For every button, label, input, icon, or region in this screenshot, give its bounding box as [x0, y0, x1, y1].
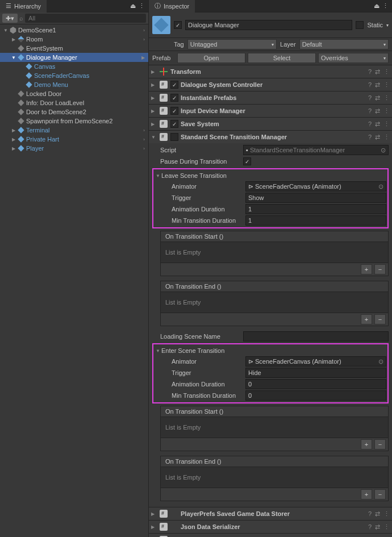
static-checkbox[interactable]: [356, 21, 364, 29]
enter-animator-field[interactable]: ⊳ SceneFaderCanvas (Animator) ⊙: [245, 356, 386, 367]
enter-anim-dur-field[interactable]: [245, 379, 386, 389]
help-icon[interactable]: ?: [368, 510, 372, 518]
tree-item[interactable]: Canvas: [0, 62, 148, 71]
lock-icon[interactable]: ⏏: [374, 2, 380, 10]
hierarchy-search[interactable]: [25, 14, 146, 23]
component-enable-checkbox[interactable]: [170, 120, 178, 128]
context-menu-icon[interactable]: ⋮: [383, 523, 390, 531]
event-remove-button[interactable]: −: [374, 264, 386, 274]
object-picker-icon[interactable]: ⊙: [378, 358, 383, 365]
context-menu-icon[interactable]: ⋮: [383, 81, 390, 89]
tree-item[interactable]: Info: Door LoadLevel: [0, 98, 148, 107]
component-header[interactable]: ▶Save System?⇄⋮: [149, 118, 392, 130]
component-header[interactable]: ▶Dialogue System Controller?⇄⋮: [149, 78, 392, 91]
tree-item[interactable]: ▶Player›: [0, 144, 148, 153]
tree-item[interactable]: EventSystem: [0, 44, 148, 53]
expand-arrow-icon[interactable]: ▶: [10, 37, 17, 42]
tree-item[interactable]: Spawnpoint from DemoScene2: [0, 116, 148, 126]
preset-icon[interactable]: ⇄: [375, 68, 380, 76]
event-remove-button[interactable]: −: [374, 489, 386, 499]
prefab-open-button[interactable]: Open: [177, 53, 245, 63]
context-menu-icon[interactable]: ⋮: [383, 510, 390, 518]
menu-icon[interactable]: ⋮: [382, 2, 389, 10]
object-picker-icon[interactable]: ⊙: [381, 147, 386, 154]
component-header[interactable]: ▶Transform?⇄⋮: [149, 65, 392, 78]
expand-arrow-icon[interactable]: ▼: [2, 28, 9, 33]
component-enable-checkbox[interactable]: [170, 107, 178, 115]
enter-transition-foldout[interactable]: ▼ Enter Scene Transition: [155, 345, 386, 356]
tree-item[interactable]: ▶Terminal›: [0, 126, 148, 135]
leave-transition-foldout[interactable]: ▼ Leave Scene Transition: [155, 170, 386, 181]
leave-anim-dur-field[interactable]: [245, 204, 386, 214]
tag-dropdown[interactable]: Untagged: [187, 39, 277, 49]
event-add-button[interactable]: +: [361, 439, 372, 449]
expand-arrow-icon[interactable]: ▶: [10, 128, 17, 133]
tree-item[interactable]: ▶Private Hart›: [0, 135, 148, 144]
layer-dropdown[interactable]: Default: [299, 39, 389, 49]
context-menu-icon[interactable]: ⋮: [383, 68, 390, 76]
help-icon[interactable]: ?: [368, 523, 372, 531]
tree-item[interactable]: ▼DemoScene1›: [0, 26, 148, 35]
event-remove-button[interactable]: −: [374, 439, 386, 449]
active-checkbox[interactable]: [174, 21, 182, 29]
event-remove-button[interactable]: −: [374, 314, 386, 324]
enter-trigger-field[interactable]: [245, 368, 386, 378]
preset-icon[interactable]: ⇄: [375, 120, 380, 128]
event-add-button[interactable]: +: [361, 489, 372, 499]
preset-icon[interactable]: ⇄: [375, 107, 380, 115]
static-dropdown-icon[interactable]: ▾: [386, 23, 389, 28]
hierarchy-tab[interactable]: ☰ Hierarchy: [0, 0, 47, 13]
tree-item[interactable]: SceneFaderCanvas: [0, 71, 148, 80]
leave-min-dur-field[interactable]: [245, 215, 386, 226]
prefab-overrides-dropdown[interactable]: Overrides: [318, 53, 389, 63]
tree-item[interactable]: Locked Door: [0, 89, 148, 98]
help-icon[interactable]: ?: [368, 68, 372, 76]
menu-icon[interactable]: ⋮: [139, 2, 145, 10]
component-enable-checkbox[interactable]: [170, 81, 178, 89]
static-label: Static: [367, 22, 383, 28]
gameobject-icon[interactable]: [152, 16, 170, 34]
expand-arrow-icon[interactable]: ▶: [10, 146, 17, 151]
create-button[interactable]: ✚▾: [2, 14, 18, 23]
preset-icon[interactable]: ⇄: [375, 81, 380, 89]
component-enable-checkbox[interactable]: [170, 133, 178, 141]
tree-item[interactable]: Demo Menu: [0, 80, 148, 89]
context-menu-icon[interactable]: ⋮: [383, 134, 390, 141]
context-menu-icon[interactable]: ⋮: [383, 107, 390, 115]
event-add-button[interactable]: +: [361, 314, 372, 324]
tree-item[interactable]: ▶Room›: [0, 35, 148, 44]
component-header[interactable]: ▶Input Device Manager?⇄⋮: [149, 105, 392, 117]
help-icon[interactable]: ?: [368, 134, 372, 141]
help-icon[interactable]: ?: [368, 120, 372, 128]
component-header[interactable]: ▶PlayerPrefs Saved Game Data Storer?⇄⋮: [149, 507, 392, 520]
preset-icon[interactable]: ⇄: [375, 134, 380, 141]
preset-icon[interactable]: ⇄: [375, 94, 380, 102]
pause-checkbox[interactable]: [243, 157, 251, 165]
preset-icon[interactable]: ⇄: [375, 523, 380, 531]
lock-icon[interactable]: ⏏: [130, 2, 136, 10]
leave-trigger-field[interactable]: [245, 193, 386, 203]
loading-scene-field[interactable]: [243, 331, 389, 342]
context-menu-icon[interactable]: ⋮: [383, 94, 390, 102]
tree-item[interactable]: Door to DemoScene2: [0, 107, 148, 116]
object-name-field[interactable]: [185, 20, 352, 30]
help-icon[interactable]: ?: [368, 107, 372, 115]
sstm-header[interactable]: ▼ Standard Scene Transition Manager ? ⇄ …: [149, 131, 392, 143]
component-header[interactable]: ▶Instantiate Prefabs?⇄⋮: [149, 91, 392, 104]
help-icon[interactable]: ?: [368, 94, 372, 102]
component-header[interactable]: ▶Dialogue System Saver?⇄⋮: [149, 534, 392, 537]
enter-min-dur-field[interactable]: [245, 390, 386, 401]
component-header[interactable]: ▶Json Data Serializer?⇄⋮: [149, 521, 392, 533]
event-add-button[interactable]: +: [361, 264, 372, 274]
expand-arrow-icon[interactable]: ▼: [10, 55, 17, 60]
context-menu-icon[interactable]: ⋮: [383, 120, 390, 128]
component-enable-checkbox[interactable]: [170, 94, 178, 102]
leave-animator-field[interactable]: ⊳ SceneFaderCanvas (Animator) ⊙: [245, 181, 386, 192]
preset-icon[interactable]: ⇄: [375, 510, 380, 518]
inspector-tab[interactable]: ⓘ Inspector: [149, 0, 195, 13]
expand-arrow-icon[interactable]: ▶: [10, 137, 17, 142]
object-picker-icon[interactable]: ⊙: [378, 183, 383, 190]
help-icon[interactable]: ?: [368, 81, 372, 89]
tree-item[interactable]: ▼Dialogue Manager▶: [0, 53, 148, 62]
prefab-select-button[interactable]: Select: [248, 53, 316, 63]
